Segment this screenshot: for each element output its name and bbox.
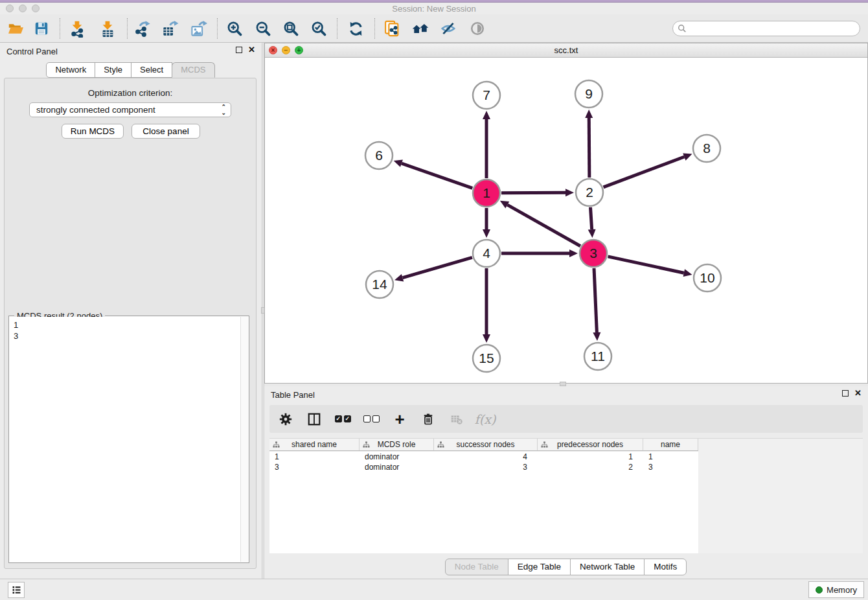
hide-selected-button[interactable] (437, 17, 460, 40)
cell-name[interactable]: 1 (643, 452, 698, 462)
edge-4-14[interactable] (403, 257, 472, 277)
table-settings-button[interactable] (276, 410, 295, 429)
session-title: Session: New Session (0, 4, 868, 14)
tab-network[interactable]: Network (46, 62, 95, 78)
column-header-predecessor-nodes[interactable]: predecessor nodes (538, 439, 643, 450)
graph-node-10[interactable]: 10 (694, 264, 721, 292)
splitter-grip[interactable] (560, 382, 566, 386)
control-panel-title: Control Panel (6, 47, 58, 56)
cell-MCDS-role[interactable]: dominator (360, 452, 434, 462)
graph-node-8[interactable]: 8 (693, 135, 720, 162)
edge-1-2[interactable] (501, 192, 565, 193)
close-panel-button[interactable]: Close panel (131, 124, 200, 139)
graph-node-2[interactable]: 2 (576, 179, 603, 206)
first-neighbors-button[interactable] (409, 17, 432, 40)
apply-layout-button[interactable] (344, 17, 367, 40)
result-scrollbar[interactable] (240, 317, 248, 562)
network-canvas[interactable]: 7968124314101511 (265, 58, 867, 383)
export-image-button[interactable] (187, 17, 210, 40)
column-header-name[interactable]: name (643, 439, 698, 450)
optimization-criterion-value: strongly connected component (36, 105, 155, 115)
graph-node-1[interactable]: 1 (473, 179, 500, 207)
save-session-button[interactable] (30, 17, 53, 40)
close-panel-icon[interactable]: ✕ (854, 390, 862, 397)
graph-node-15[interactable]: 15 (473, 345, 500, 372)
cell-name[interactable]: 3 (643, 462, 698, 472)
graph-node-11[interactable]: 11 (584, 343, 611, 370)
cell-successor-nodes[interactable]: 3 (434, 462, 538, 472)
delete-table-button[interactable] (447, 410, 466, 429)
float-panel-icon[interactable] (842, 390, 849, 397)
show-all-button[interactable] (466, 17, 489, 40)
deselect-all-rows-button[interactable] (361, 410, 381, 429)
edge-1-6[interactable] (402, 163, 472, 188)
edge-3-10[interactable] (608, 257, 683, 273)
svg-text:8: 8 (703, 141, 711, 156)
search-input[interactable] (687, 23, 860, 34)
create-column-button[interactable]: + (390, 410, 409, 429)
select-all-rows-button[interactable] (333, 410, 352, 429)
graph-node-14[interactable]: 14 (366, 271, 393, 298)
float-panel-icon[interactable] (236, 47, 242, 53)
zoom-fit-button[interactable] (279, 17, 303, 40)
edge-2-8[interactable] (604, 157, 685, 187)
optimization-criterion-select[interactable]: strongly connected component ⌃⌄ (29, 102, 231, 117)
show-column-panel-button[interactable] (304, 410, 324, 429)
task-history-button[interactable] (8, 582, 25, 598)
zoom-selected-button[interactable] (307, 17, 330, 40)
graph-node-6[interactable]: 6 (365, 142, 393, 169)
network-window-titlebar[interactable]: × − + scc.txt (265, 43, 867, 58)
graph-node-3[interactable]: 3 (580, 240, 607, 267)
delete-column-button[interactable] (418, 410, 438, 429)
edge-2-3[interactable] (590, 207, 591, 229)
toolbar-separator (127, 18, 128, 39)
cell-MCDS-role[interactable]: dominator (360, 462, 434, 472)
cell-shared-name[interactable]: 3 (269, 462, 360, 472)
memory-button[interactable]: Memory (808, 581, 864, 598)
tab-motifs[interactable]: Motifs (644, 559, 687, 575)
cell-successor-nodes[interactable]: 4 (434, 452, 538, 462)
column-header-MCDS-role[interactable]: MCDS role (360, 439, 434, 450)
cell-predecessor-nodes[interactable]: 1 (538, 452, 643, 462)
open-session-button[interactable] (4, 17, 27, 40)
graph-node-4[interactable]: 4 (473, 240, 500, 267)
zoom-in-button[interactable] (223, 17, 246, 40)
open-folder-icon (7, 20, 25, 38)
cell-predecessor-nodes[interactable]: 2 (538, 462, 643, 472)
optimization-criterion-label: Optimization criterion: (5, 88, 256, 98)
svg-text:4: 4 (483, 246, 490, 260)
tab-node-table[interactable]: Node Table (445, 559, 508, 575)
table-row[interactable]: 1dominator411 (269, 452, 698, 462)
tab-style[interactable]: Style (95, 62, 131, 78)
function-builder-button[interactable]: f(x) (475, 410, 495, 429)
export-network-button[interactable] (130, 17, 154, 40)
graph-node-9[interactable]: 9 (575, 80, 602, 108)
edge-3-11[interactable] (594, 268, 597, 332)
network-graph[interactable]: 7968124314101511 (265, 58, 867, 383)
column-header-shared-name[interactable]: shared name (269, 439, 360, 450)
close-panel-icon[interactable]: ✕ (248, 47, 255, 53)
edge-3-1[interactable] (507, 205, 580, 246)
edge-2-9[interactable] (589, 118, 589, 178)
network-search-field[interactable] (672, 21, 860, 36)
import-network-button[interactable] (65, 17, 89, 40)
svg-text:14: 14 (372, 277, 387, 292)
column-header-successor-nodes[interactable]: successor nodes (434, 439, 538, 450)
zoom-out-button[interactable] (251, 17, 275, 40)
graph-node-7[interactable]: 7 (473, 82, 500, 109)
tab-edge-table[interactable]: Edge Table (508, 559, 571, 575)
tab-select[interactable]: Select (131, 62, 172, 78)
import-table-button[interactable] (96, 17, 119, 40)
plus-icon: + (394, 412, 404, 426)
svg-text:3: 3 (589, 246, 597, 260)
tab-network-table[interactable]: Network Table (570, 559, 645, 575)
clone-network-button[interactable] (380, 17, 404, 40)
table-toolbar: + (269, 405, 863, 433)
run-mcds-button[interactable]: Run MCDS (62, 124, 124, 139)
arrowhead-4-3 (569, 249, 578, 257)
cell-shared-name[interactable]: 1 (269, 452, 360, 462)
table-row[interactable]: 3dominator323 (269, 462, 698, 472)
tab-mcds[interactable]: MCDS (172, 62, 214, 78)
mcds-result-values[interactable]: 1 3 (10, 317, 240, 562)
export-table-button[interactable] (158, 17, 181, 40)
